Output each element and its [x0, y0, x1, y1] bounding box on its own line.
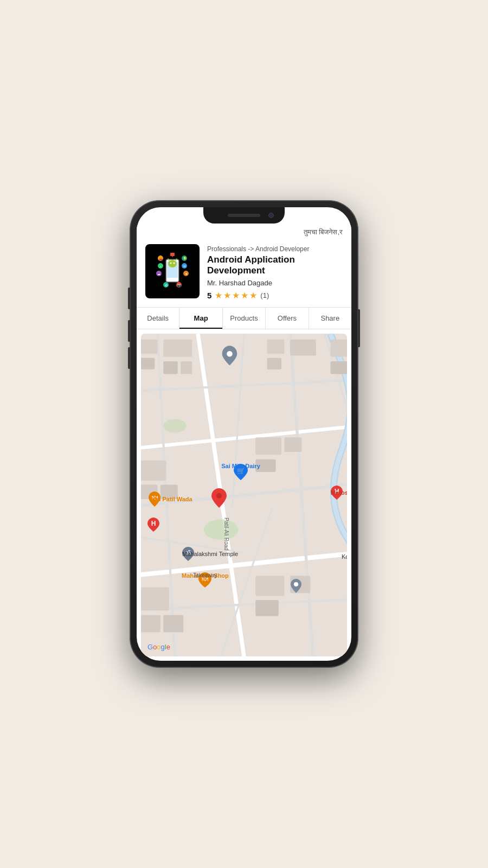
svg-rect-60 — [255, 600, 279, 616]
place-hospital-2: H — [147, 518, 159, 534]
label-sai-milk-dairy: Sai Milk Dairy — [221, 463, 260, 469]
place-mahalakshmi-temple: ॐ Mahalakshmi Temple — [182, 547, 194, 561]
svg-text:📷: 📷 — [177, 283, 182, 288]
pin-bottom-right — [291, 579, 301, 595]
stars: ★ ★ ★ ★ ★ — [215, 290, 257, 301]
svg-rect-53 — [284, 437, 301, 452]
tab-map[interactable]: Map — [179, 308, 222, 329]
breadcrumb: Professionals -> Android Developer — [207, 245, 343, 253]
tab-products[interactable]: Products — [223, 308, 266, 329]
label-takeaway: Takeaway — [193, 572, 217, 578]
business-info: Professionals -> Android Developer Andro… — [207, 244, 343, 301]
screen-content: तुमचा बिजनेस,र — [137, 207, 351, 661]
label-kondhana-times: Kondhana Times — [342, 553, 347, 560]
phone-frame: तुमचा बिजनेस,र — [130, 201, 358, 667]
business-header: ✉ ★ ♪ ☁ ⚙ 📷 — [137, 239, 351, 307]
svg-rect-42 — [181, 361, 192, 374]
tab-offers[interactable]: Offers — [266, 308, 309, 329]
phone-screen: तुमचा बिजनेस,र — [137, 207, 351, 661]
svg-rect-48 — [330, 361, 347, 374]
main-pin — [211, 488, 227, 510]
svg-rect-52 — [255, 437, 281, 455]
svg-text:✉: ✉ — [183, 265, 186, 268]
svg-rect-40 — [163, 339, 192, 356]
svg-rect-47 — [267, 358, 282, 369]
svg-point-66 — [216, 493, 222, 499]
svg-text:★: ★ — [185, 272, 188, 276]
top-bar-text: तुमचा बिजनेस,र — [304, 228, 343, 237]
svg-point-61 — [204, 519, 239, 540]
tab-share[interactable]: Share — [309, 308, 351, 329]
notch-camera — [268, 213, 274, 218]
place-matoshri-hospital: Matoshri Hospital H — [331, 486, 343, 500]
tab-details[interactable]: Details — [137, 308, 179, 329]
svg-point-62 — [163, 419, 187, 433]
svg-text:H: H — [151, 520, 156, 527]
rating-row: 5 ★ ★ ★ ★ ★ (1) — [207, 290, 343, 301]
svg-point-2 — [168, 260, 177, 267]
label-matoshri-hospital: Matoshri Hospital — [331, 489, 347, 496]
phone-notch — [203, 207, 285, 224]
business-owner: Mr. Harshad Dagade — [207, 279, 343, 287]
map-container[interactable]: 🍽 Tatu Patil Wada Sai Milk Dairy 🛒 — [141, 334, 347, 656]
svg-rect-43 — [141, 358, 155, 368]
svg-rect-44 — [267, 339, 285, 354]
svg-text:⚙: ⚙ — [165, 284, 168, 287]
notch-speaker — [228, 214, 260, 217]
label-patil-ali-road: Patil-Ali Road — [223, 518, 229, 551]
top-bar: तुमचा बिजनेस,र — [137, 224, 351, 239]
rating-score: 5 — [207, 291, 211, 300]
svg-rect-56 — [141, 615, 160, 632]
svg-rect-41 — [163, 361, 178, 374]
svg-rect-55 — [141, 587, 169, 610]
svg-rect-49 — [141, 461, 166, 481]
star-2: ★ — [223, 290, 231, 301]
svg-text:♪: ♪ — [160, 265, 162, 268]
business-logo: ✉ ★ ♪ ☁ ⚙ 📷 — [145, 244, 200, 298]
svg-point-71 — [294, 582, 298, 586]
label-mahalakshmi-temple: Mahalakshmi Temple — [182, 551, 238, 557]
svg-rect-38 — [141, 339, 158, 354]
star-3: ★ — [232, 290, 240, 301]
svg-rect-57 — [163, 615, 183, 632]
svg-point-63 — [227, 351, 233, 357]
star-4: ★ — [241, 290, 248, 301]
place-tatu-patil-wada: 🍽 Tatu Patil Wada — [149, 492, 160, 507]
svg-rect-58 — [255, 576, 284, 596]
business-name: Android Application Development — [207, 254, 343, 277]
svg-text:💡: 💡 — [183, 257, 187, 261]
google-logo: Google — [147, 643, 170, 651]
place-mahalaxmi-shop: 🍽 Mahalaxmi Shop Takeaway — [198, 572, 211, 588]
star-5: ★ — [249, 290, 257, 301]
svg-rect-7 — [170, 253, 175, 256]
svg-rect-45 — [290, 339, 316, 355]
star-1: ★ — [215, 290, 222, 301]
svg-rect-46 — [330, 339, 347, 356]
rating-count: (1) — [260, 291, 269, 299]
svg-text:🚗: 🚗 — [159, 257, 163, 261]
svg-point-4 — [174, 263, 175, 264]
tab-bar: Details Map Products Offers Share — [137, 307, 351, 329]
place-sai-milk-dairy: Sai Milk Dairy 🛒 — [234, 463, 248, 480]
svg-point-3 — [170, 263, 172, 264]
label-tatu-patil-wada: Tatu Patil Wada — [149, 496, 192, 502]
svg-text:☁: ☁ — [157, 272, 160, 276]
